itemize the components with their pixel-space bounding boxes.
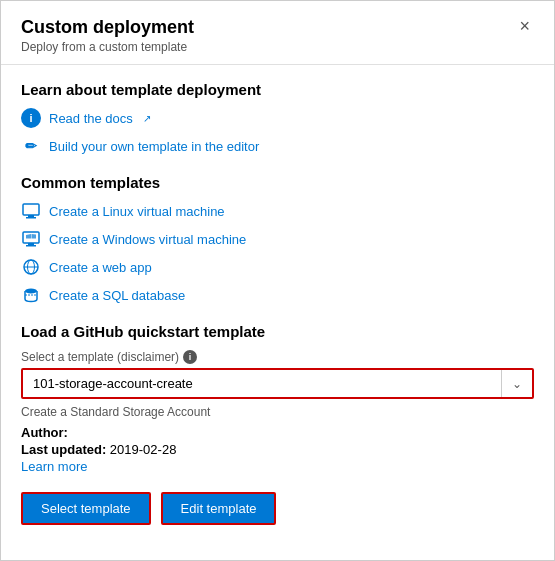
header-text: Custom deployment Deploy from a custom t…	[21, 17, 194, 54]
learn-section-heading: Learn about template deployment	[21, 81, 534, 98]
sql-db-text: Create a SQL database	[49, 288, 185, 303]
template-description: Create a Standard Storage Account	[21, 405, 534, 419]
dropdown-arrow-button[interactable]: ⌄	[501, 370, 532, 397]
template-dropdown-container: ⌄	[21, 368, 534, 399]
info-icon: i	[21, 108, 41, 128]
field-info-icon: i	[183, 350, 197, 364]
web-app-link[interactable]: Create a web app	[21, 257, 534, 277]
learn-more-link[interactable]: Learn more	[21, 459, 87, 474]
action-buttons: Select template Edit template	[21, 492, 534, 525]
last-updated-value: 2019-02-28	[110, 442, 177, 457]
dialog-header: Custom deployment Deploy from a custom t…	[1, 1, 554, 65]
last-updated-label: Last updated:	[21, 442, 106, 457]
common-templates-section: Common templates Create a Linux virtual …	[21, 174, 534, 305]
author-line: Author:	[21, 425, 534, 440]
build-template-link[interactable]: ✏ Build your own template in the editor	[21, 136, 534, 156]
learn-section: Learn about template deployment i Read t…	[21, 81, 534, 156]
read-docs-link[interactable]: i Read the docs ↗	[21, 108, 534, 128]
linux-vm-icon	[21, 201, 41, 221]
dialog-title: Custom deployment	[21, 17, 194, 38]
dialog-body: Learn about template deployment i Read t…	[1, 65, 554, 560]
pencil-icon: ✏	[21, 136, 41, 156]
read-docs-text: Read the docs	[49, 111, 133, 126]
svg-rect-0	[23, 204, 39, 215]
github-section: Load a GitHub quickstart template Select…	[21, 323, 534, 525]
edit-template-button[interactable]: Edit template	[161, 492, 277, 525]
linux-vm-link[interactable]: Create a Linux virtual machine	[21, 201, 534, 221]
linux-vm-text: Create a Linux virtual machine	[49, 204, 225, 219]
windows-vm-icon	[21, 229, 41, 249]
select-template-button[interactable]: Select template	[21, 492, 151, 525]
build-template-text: Build your own template in the editor	[49, 139, 259, 154]
close-button[interactable]: ×	[515, 17, 534, 35]
dialog-subtitle: Deploy from a custom template	[21, 40, 194, 54]
svg-rect-4	[28, 243, 34, 245]
last-updated-line: Last updated: 2019-02-28	[21, 442, 534, 457]
svg-rect-2	[26, 217, 36, 219]
sql-db-link[interactable]: Create a SQL database	[21, 285, 534, 305]
svg-point-9	[25, 289, 37, 294]
svg-rect-1	[28, 215, 34, 217]
windows-vm-link[interactable]: Create a Windows virtual machine	[21, 229, 534, 249]
author-label: Author:	[21, 425, 68, 440]
template-dropdown-input[interactable]	[23, 370, 501, 397]
common-section-heading: Common templates	[21, 174, 534, 191]
github-section-heading: Load a GitHub quickstart template	[21, 323, 534, 340]
external-link-icon: ↗	[143, 113, 151, 124]
web-app-text: Create a web app	[49, 260, 152, 275]
sql-db-icon	[21, 285, 41, 305]
dropdown-label: Select a template (disclaimer) i	[21, 350, 534, 364]
svg-rect-5	[26, 245, 36, 247]
web-app-icon	[21, 257, 41, 277]
windows-vm-text: Create a Windows virtual machine	[49, 232, 246, 247]
custom-deployment-dialog: Custom deployment Deploy from a custom t…	[0, 0, 555, 561]
